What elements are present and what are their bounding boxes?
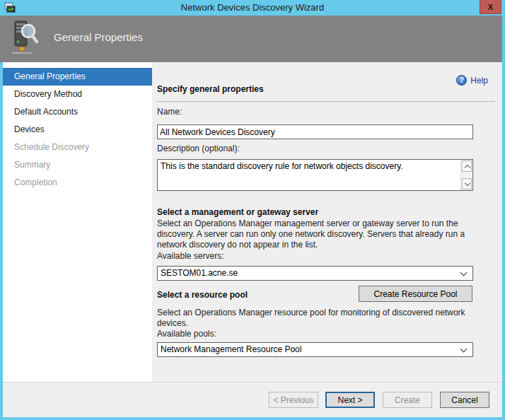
app-icon: [4, 2, 16, 13]
wizard-window: Network Devices Discovery Wizard X Gener…: [0, 0, 505, 420]
management-server-description: Select an Operations Manager management …: [157, 218, 482, 250]
wizard-steps-sidebar: General Properties Discovery Method Defa…: [3, 62, 152, 382]
sidebar-item-devices[interactable]: Devices: [3, 121, 152, 139]
sidebar-item-schedule-discovery: Schedule Discovery: [3, 139, 152, 156]
description-scrollbar[interactable]: [460, 160, 472, 190]
chevron-up-icon: [465, 165, 470, 170]
wizard-banner: General Properties: [0, 16, 502, 62]
available-pools-value: Network Management Resource Pool: [158, 343, 472, 356]
next-button[interactable]: Next >: [325, 392, 375, 408]
section-divider: [157, 101, 495, 102]
help-icon: ?: [456, 75, 467, 86]
name-input[interactable]: [157, 124, 473, 139]
available-pools-dropdown[interactable]: Network Management Resource Pool: [157, 342, 473, 357]
resource-pool-description: Select an Operations Manager resource po…: [157, 308, 482, 329]
window-title: Network Devices Discovery Wizard: [0, 0, 505, 16]
wizard-content: ? Help Specify general properties Name: …: [152, 62, 502, 382]
help-link[interactable]: ? Help: [456, 75, 488, 86]
name-label: Name:: [157, 107, 182, 117]
scroll-down-button[interactable]: [462, 178, 472, 189]
chevron-down-icon: [465, 180, 470, 186]
section-title-resource-pool: Select a resource pool: [157, 290, 248, 300]
sidebar-item-summary: Summary: [3, 156, 152, 174]
titlebar: Network Devices Discovery Wizard X: [0, 0, 505, 16]
wizard-footer: < Previous Next > Create Cancel: [3, 382, 502, 417]
sidebar-item-general-properties[interactable]: General Properties: [3, 68, 152, 86]
sidebar-item-completion: Completion: [3, 174, 152, 192]
description-label: Description (optional):: [157, 144, 240, 153]
sidebar-item-default-accounts[interactable]: Default Accounts: [3, 103, 152, 121]
scroll-up-button[interactable]: [462, 161, 472, 172]
section-title-general: Specify general properties: [157, 84, 264, 94]
close-button[interactable]: X: [480, 0, 501, 14]
description-textarea[interactable]: This is the standard discovery rule for …: [157, 159, 473, 191]
available-pools-label: Available pools:: [157, 329, 216, 339]
description-text: This is the standard discovery rule for …: [158, 160, 460, 190]
help-label: Help: [470, 76, 488, 86]
section-title-management-server: Select a management or gateway server: [157, 207, 318, 217]
create-button: Create: [383, 392, 432, 408]
sidebar-item-discovery-method[interactable]: Discovery Method: [3, 86, 152, 103]
available-servers-label: Available servers:: [157, 251, 224, 261]
cancel-button[interactable]: Cancel: [440, 392, 489, 408]
server-search-icon: [10, 21, 40, 60]
create-resource-pool-button[interactable]: Create Resource Pool: [359, 286, 472, 302]
page-title: General Properties: [54, 31, 143, 43]
available-servers-value: SESTOM01.acne.se: [158, 267, 472, 280]
previous-button: < Previous: [269, 392, 318, 408]
available-servers-dropdown[interactable]: SESTOM01.acne.se: [157, 266, 473, 281]
